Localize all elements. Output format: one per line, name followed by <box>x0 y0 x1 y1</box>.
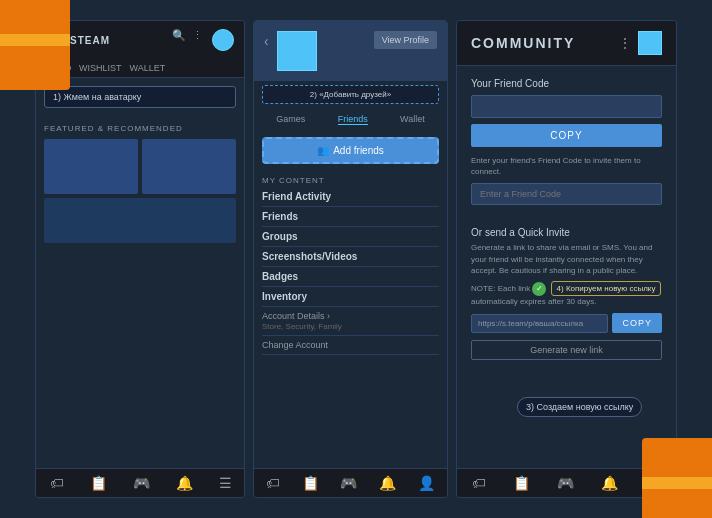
nav-tab-wallet[interactable]: WALLET <box>130 63 166 73</box>
community-avatar[interactable] <box>638 31 662 55</box>
community-header: COMMUNITY ⋮ <box>457 21 676 66</box>
main-container: S STEAM 🔍 ⋮ МЕНЮ WISHLIST WALLET 1) Жмем… <box>35 20 677 498</box>
link-url-text: https://s.team/p/ваша/ссылка <box>471 314 608 333</box>
back-arrow-icon[interactable]: ‹ <box>264 33 269 49</box>
tooltip-2: 2) «Добавить друзей» <box>262 85 439 104</box>
right-panel: COMMUNITY ⋮ Your Friend Code COPY Enter … <box>456 20 677 498</box>
left-panel: S STEAM 🔍 ⋮ МЕНЮ WISHLIST WALLET 1) Жмем… <box>35 20 245 498</box>
quick-invite-section: Or send a Quick Invite Generate a link t… <box>457 227 676 376</box>
right-bottom-bell-icon[interactable]: 🔔 <box>601 475 618 491</box>
generate-new-link-button[interactable]: Generate new link <box>471 340 662 360</box>
middle-bottom-bell-icon[interactable]: 🔔 <box>379 475 396 491</box>
list-item-badges[interactable]: Badges <box>262 267 439 287</box>
list-item-account[interactable]: Account Details › Store, Security, Famil… <box>262 307 439 336</box>
add-friends-label: Add friends <box>333 145 384 156</box>
list-item-friend-activity[interactable]: Friend Activity <box>262 187 439 207</box>
middle-bottom-list-icon[interactable]: 📋 <box>302 475 319 491</box>
middle-bottom-nav: 🏷 📋 🎮 🔔 👤 <box>254 468 447 497</box>
bottom-game-icon[interactable]: 🎮 <box>133 475 150 491</box>
tooltip-3: 3) Создаем новую ссылку <box>517 397 642 417</box>
add-friends-button[interactable]: 👥 Add friends <box>262 137 439 164</box>
game-thumbnails <box>44 139 236 243</box>
community-more-icon[interactable]: ⋮ <box>618 35 632 51</box>
profile-nav-friends[interactable]: Friends <box>338 114 368 125</box>
more-options-icon[interactable]: ⋮ <box>192 29 206 43</box>
profile-avatar <box>277 31 317 71</box>
list-item-change-account[interactable]: Change Account <box>262 336 439 355</box>
middle-bottom-game-icon[interactable]: 🎮 <box>340 475 357 491</box>
community-header-right: ⋮ <box>618 31 662 55</box>
copy-link-button[interactable]: COPY <box>612 313 662 333</box>
right-bottom-list-icon[interactable]: 📋 <box>513 475 530 491</box>
list-item-friends[interactable]: Friends <box>262 207 439 227</box>
quick-invite-desc: Generate a link to share via email or SM… <box>471 242 662 276</box>
profile-nav-wallet[interactable]: Wallet <box>400 114 425 125</box>
enter-friend-code-input[interactable] <box>471 183 662 205</box>
list-item-screenshots[interactable]: Screenshots/Videos <box>262 247 439 267</box>
friend-code-section: Your Friend Code COPY Enter your friend'… <box>457 66 676 227</box>
my-content-label: MY CONTENT <box>254 170 447 187</box>
right-bottom-tag-icon[interactable]: 🏷 <box>472 475 486 491</box>
featured-section: FEATURED & RECOMMENDED <box>36 116 244 251</box>
gift-box-right <box>642 438 712 518</box>
profile-nav-games[interactable]: Games <box>276 114 305 125</box>
friend-code-title: Your Friend Code <box>471 78 662 89</box>
view-profile-button[interactable]: View Profile <box>374 31 437 49</box>
bottom-list-icon[interactable]: 📋 <box>90 475 107 491</box>
content-list: Friend Activity Friends Groups Screensho… <box>254 187 447 355</box>
left-bottom-nav: 🏷 📋 🎮 🔔 ☰ <box>36 468 245 497</box>
steam-header-icons: 🔍 ⋮ <box>172 29 234 51</box>
profile-nav: Games Friends Wallet <box>254 108 447 131</box>
middle-panel: ‹ View Profile 2) «Добавить друзей» Game… <box>253 20 448 498</box>
tooltip-1: 1) Жмем на аватарку <box>44 86 236 108</box>
expire-body: automatically expires after 30 days. <box>471 297 596 306</box>
avatar[interactable] <box>212 29 234 51</box>
middle-bottom-user-icon[interactable]: 👤 <box>418 475 435 491</box>
middle-bottom-tag-icon[interactable]: 🏷 <box>266 475 280 491</box>
add-friends-icon: 👥 <box>317 145 329 156</box>
friend-code-input[interactable] <box>471 95 662 118</box>
copy-friend-code-button[interactable]: COPY <box>471 124 662 147</box>
community-title: COMMUNITY <box>471 35 575 51</box>
nav-tab-wishlist[interactable]: WISHLIST <box>79 63 122 73</box>
list-item-groups[interactable]: Groups <box>262 227 439 247</box>
search-icon[interactable]: 🔍 <box>172 29 186 43</box>
expire-text: NOTE: Each link ✓ 4) Копируем новую ссыл… <box>471 282 662 307</box>
list-item-inventory[interactable]: Inventory <box>262 287 439 307</box>
link-row: https://s.team/p/ваша/ссылка COPY <box>471 313 662 333</box>
game-thumb-2 <box>142 139 236 194</box>
tooltip-4: 4) Копируем новую ссылку <box>551 281 662 296</box>
gift-box-left <box>0 0 70 90</box>
steam-label: STEAM <box>70 35 110 46</box>
bottom-bell-icon[interactable]: 🔔 <box>176 475 193 491</box>
profile-header: ‹ View Profile <box>254 21 447 81</box>
featured-label: FEATURED & RECOMMENDED <box>44 124 236 133</box>
bottom-menu-icon[interactable]: ☰ <box>219 475 232 491</box>
friend-code-helper: Enter your friend's Friend Code to invit… <box>471 155 662 177</box>
check-icon: ✓ <box>532 282 546 296</box>
game-thumb-1 <box>44 139 138 194</box>
bottom-tag-icon[interactable]: 🏷 <box>50 475 64 491</box>
game-thumb-3 <box>44 198 236 243</box>
right-bottom-game-icon[interactable]: 🎮 <box>557 475 574 491</box>
quick-invite-title: Or send a Quick Invite <box>471 227 662 238</box>
